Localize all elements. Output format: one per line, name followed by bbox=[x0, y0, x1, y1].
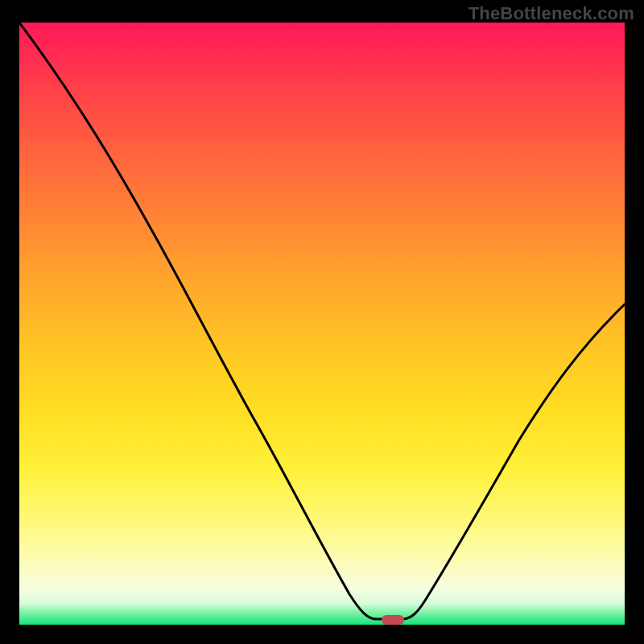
watermark-text: TheBottleneck.com bbox=[469, 3, 634, 24]
plot-area bbox=[19, 23, 625, 625]
optimum-marker bbox=[382, 615, 404, 625]
curve-overlay bbox=[19, 23, 625, 625]
chart-frame: TheBottleneck.com bbox=[0, 0, 644, 644]
bottleneck-curve bbox=[19, 23, 625, 619]
